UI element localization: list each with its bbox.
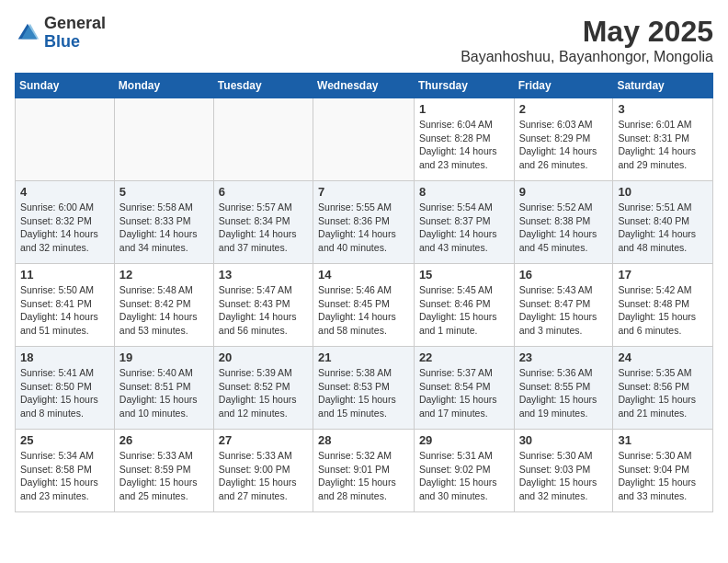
calendar-cell: 8Sunrise: 5:54 AM Sunset: 8:37 PM Daylig… (414, 181, 514, 264)
calendar-week-row: 18Sunrise: 5:41 AM Sunset: 8:50 PM Dayli… (16, 347, 713, 430)
day-info: Sunrise: 5:45 AM Sunset: 8:46 PM Dayligh… (419, 283, 509, 338)
day-info: Sunrise: 5:32 AM Sunset: 9:01 PM Dayligh… (318, 449, 409, 503)
calendar-cell (313, 98, 415, 181)
calendar-cell: 1Sunrise: 6:04 AM Sunset: 8:28 PM Daylig… (414, 98, 514, 181)
logo-icon (15, 20, 40, 46)
day-info: Sunrise: 5:43 AM Sunset: 8:47 PM Dayligh… (519, 283, 609, 338)
calendar-table: SundayMondayTuesdayWednesdayThursdayFrid… (15, 73, 713, 512)
day-info: Sunrise: 5:31 AM Sunset: 9:02 PM Dayligh… (419, 449, 509, 503)
day-number: 24 (618, 350, 708, 364)
day-info: Sunrise: 5:33 AM Sunset: 9:00 PM Dayligh… (219, 449, 308, 503)
day-number: 26 (119, 433, 209, 447)
day-number: 31 (618, 433, 708, 447)
calendar-cell: 16Sunrise: 5:43 AM Sunset: 8:47 PM Dayli… (514, 264, 613, 347)
day-info: Sunrise: 5:55 AM Sunset: 8:36 PM Dayligh… (318, 201, 409, 255)
calendar-cell: 25Sunrise: 5:34 AM Sunset: 8:58 PM Dayli… (16, 430, 115, 512)
calendar-cell: 14Sunrise: 5:46 AM Sunset: 8:45 PM Dayli… (313, 264, 415, 347)
day-number: 3 (618, 102, 708, 116)
day-of-week-header: Tuesday (213, 74, 313, 98)
day-info: Sunrise: 5:40 AM Sunset: 8:51 PM Dayligh… (119, 366, 209, 420)
page-header: General Blue May 2025 Bayanhoshuu, Bayan… (15, 15, 713, 65)
day-number: 27 (219, 433, 308, 447)
calendar-cell: 26Sunrise: 5:33 AM Sunset: 8:59 PM Dayli… (114, 430, 213, 512)
calendar-week-row: 4Sunrise: 6:00 AM Sunset: 8:32 PM Daylig… (16, 181, 713, 264)
day-info: Sunrise: 5:30 AM Sunset: 9:03 PM Dayligh… (519, 449, 609, 503)
day-of-week-header: Thursday (414, 74, 514, 98)
day-info: Sunrise: 6:00 AM Sunset: 8:32 PM Dayligh… (20, 201, 109, 255)
day-number: 8 (419, 185, 509, 199)
day-number: 28 (318, 433, 409, 447)
day-info: Sunrise: 5:34 AM Sunset: 8:58 PM Dayligh… (20, 449, 109, 503)
day-of-week-header: Wednesday (313, 74, 415, 98)
calendar-cell (16, 98, 115, 181)
calendar-cell: 11Sunrise: 5:50 AM Sunset: 8:41 PM Dayli… (16, 264, 115, 347)
day-info: Sunrise: 5:46 AM Sunset: 8:45 PM Dayligh… (318, 283, 409, 338)
day-info: Sunrise: 5:51 AM Sunset: 8:40 PM Dayligh… (618, 201, 708, 255)
calendar-cell: 27Sunrise: 5:33 AM Sunset: 9:00 PM Dayli… (213, 430, 313, 512)
calendar-cell: 9Sunrise: 5:52 AM Sunset: 8:38 PM Daylig… (514, 181, 613, 264)
day-info: Sunrise: 5:37 AM Sunset: 8:54 PM Dayligh… (419, 366, 509, 420)
calendar-cell (114, 98, 213, 181)
day-number: 7 (318, 185, 409, 199)
day-info: Sunrise: 5:48 AM Sunset: 8:42 PM Dayligh… (119, 283, 209, 338)
day-number: 4 (20, 185, 109, 199)
day-info: Sunrise: 5:41 AM Sunset: 8:50 PM Dayligh… (20, 366, 109, 420)
calendar-cell: 6Sunrise: 5:57 AM Sunset: 8:34 PM Daylig… (213, 181, 313, 264)
calendar-cell: 19Sunrise: 5:40 AM Sunset: 8:51 PM Dayli… (114, 347, 213, 430)
calendar-cell: 4Sunrise: 6:00 AM Sunset: 8:32 PM Daylig… (16, 181, 115, 264)
calendar-cell: 29Sunrise: 5:31 AM Sunset: 9:02 PM Dayli… (414, 430, 514, 512)
calendar-cell: 5Sunrise: 5:58 AM Sunset: 8:33 PM Daylig… (114, 181, 213, 264)
day-info: Sunrise: 5:30 AM Sunset: 9:04 PM Dayligh… (618, 449, 708, 503)
day-number: 23 (519, 350, 609, 364)
day-number: 5 (119, 185, 209, 199)
calendar-cell: 15Sunrise: 5:45 AM Sunset: 8:46 PM Dayli… (414, 264, 514, 347)
calendar-week-row: 11Sunrise: 5:50 AM Sunset: 8:41 PM Dayli… (16, 264, 713, 347)
calendar-header-row: SundayMondayTuesdayWednesdayThursdayFrid… (16, 74, 713, 98)
calendar-cell: 12Sunrise: 5:48 AM Sunset: 8:42 PM Dayli… (114, 264, 213, 347)
day-number: 12 (119, 268, 209, 282)
day-info: Sunrise: 5:36 AM Sunset: 8:55 PM Dayligh… (519, 366, 609, 420)
calendar-cell: 13Sunrise: 5:47 AM Sunset: 8:43 PM Dayli… (213, 264, 313, 347)
day-of-week-header: Sunday (16, 74, 115, 98)
day-info: Sunrise: 5:33 AM Sunset: 8:59 PM Dayligh… (119, 449, 209, 503)
day-number: 13 (219, 268, 308, 282)
day-number: 30 (519, 433, 609, 447)
day-number: 25 (20, 433, 109, 447)
month-title: May 2025 (461, 15, 713, 49)
day-info: Sunrise: 5:58 AM Sunset: 8:33 PM Dayligh… (119, 201, 209, 255)
logo-blue-text: Blue (44, 33, 106, 52)
day-info: Sunrise: 6:03 AM Sunset: 8:29 PM Dayligh… (519, 118, 609, 172)
calendar-week-row: 25Sunrise: 5:34 AM Sunset: 8:58 PM Dayli… (16, 430, 713, 512)
day-number: 6 (219, 185, 308, 199)
calendar-cell: 18Sunrise: 5:41 AM Sunset: 8:50 PM Dayli… (16, 347, 115, 430)
day-info: Sunrise: 5:57 AM Sunset: 8:34 PM Dayligh… (219, 201, 308, 255)
calendar-cell: 2Sunrise: 6:03 AM Sunset: 8:29 PM Daylig… (514, 98, 613, 181)
day-number: 21 (318, 350, 409, 364)
day-number: 15 (419, 268, 509, 282)
day-number: 16 (519, 268, 609, 282)
day-info: Sunrise: 5:35 AM Sunset: 8:56 PM Dayligh… (618, 366, 708, 420)
day-of-week-header: Friday (514, 74, 613, 98)
day-info: Sunrise: 5:39 AM Sunset: 8:52 PM Dayligh… (219, 366, 308, 420)
day-info: Sunrise: 6:04 AM Sunset: 8:28 PM Dayligh… (419, 118, 509, 172)
day-number: 2 (519, 102, 609, 116)
day-number: 22 (419, 350, 509, 364)
day-of-week-header: Monday (114, 74, 213, 98)
day-number: 11 (20, 268, 109, 282)
calendar-cell: 10Sunrise: 5:51 AM Sunset: 8:40 PM Dayli… (613, 181, 713, 264)
day-info: Sunrise: 5:47 AM Sunset: 8:43 PM Dayligh… (219, 283, 308, 338)
day-info: Sunrise: 5:52 AM Sunset: 8:38 PM Dayligh… (519, 201, 609, 255)
day-info: Sunrise: 5:54 AM Sunset: 8:37 PM Dayligh… (419, 201, 509, 255)
day-number: 10 (618, 185, 708, 199)
calendar-cell: 28Sunrise: 5:32 AM Sunset: 9:01 PM Dayli… (313, 430, 415, 512)
calendar-cell: 17Sunrise: 5:42 AM Sunset: 8:48 PM Dayli… (613, 264, 713, 347)
day-number: 18 (20, 350, 109, 364)
day-info: Sunrise: 5:50 AM Sunset: 8:41 PM Dayligh… (20, 283, 109, 338)
logo: General Blue (15, 15, 106, 52)
day-number: 17 (618, 268, 708, 282)
day-number: 20 (219, 350, 308, 364)
day-number: 9 (519, 185, 609, 199)
day-number: 19 (119, 350, 209, 364)
day-number: 29 (419, 433, 509, 447)
calendar-cell: 3Sunrise: 6:01 AM Sunset: 8:31 PM Daylig… (613, 98, 713, 181)
